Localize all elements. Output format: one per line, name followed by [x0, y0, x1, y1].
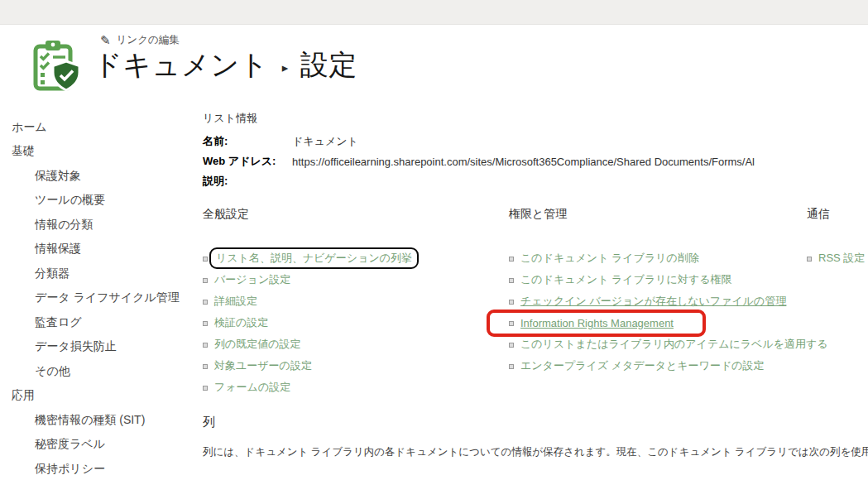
square-bullet-icon	[509, 300, 514, 305]
list-item: 対象ユーザーの設定	[203, 355, 414, 377]
square-bullet-icon	[203, 343, 208, 348]
list-item: このドキュメント ライブラリに対する権限	[509, 269, 828, 290]
name-value: ドキュメント	[292, 134, 358, 149]
list-item: Information Rights Management	[509, 312, 828, 334]
square-bullet-icon	[203, 300, 208, 305]
link-versioning-settings[interactable]: バージョン設定	[214, 272, 290, 287]
square-bullet-icon	[203, 364, 208, 369]
edit-links-button[interactable]: ✎ リンクの編集	[100, 33, 180, 47]
sidebar-item-sit[interactable]: 機密情報の種類 (SIT)	[12, 408, 189, 433]
sidebar-item-protection-target[interactable]: 保護対象	[12, 164, 189, 189]
link-list-name-description-navigation[interactable]: リスト名、説明、ナビゲーションの列挙	[209, 247, 419, 269]
settings-groups: 全般設定 リスト名、説明、ナビゲーションの列挙 バージョン設定 詳細設定 検証の…	[203, 207, 868, 410]
sidebar-item-classifiers[interactable]: 分類器	[12, 262, 189, 286]
square-bullet-icon	[509, 321, 514, 326]
link-form-settings[interactable]: フォームの設定	[214, 380, 290, 395]
square-bullet-icon	[203, 321, 208, 326]
square-bullet-icon	[509, 364, 514, 369]
sidebar-item-home[interactable]: ホーム	[12, 115, 189, 140]
square-bullet-icon	[509, 257, 514, 262]
columns-description: 列には、ドキュメント ライブラリ内の各ドキュメントについての情報が保存されます。…	[203, 445, 865, 459]
columns-section: 列 列には、ドキュメント ライブラリ内の各ドキュメントについての情報が保存されま…	[203, 415, 865, 480]
sidebar-item-others[interactable]: その他	[12, 359, 189, 384]
link-delete-document-library[interactable]: このドキュメント ライブラリの削除	[520, 251, 699, 266]
list-info-row-name: 名前: ドキュメント	[203, 132, 755, 151]
general-settings-heading: 全般設定	[203, 207, 414, 222]
left-nav: ホーム 基礎 保護対象 ツールの概要 情報の分類 情報保護 分類器 データ ライ…	[12, 115, 189, 480]
list-item: 列の既定値の設定	[203, 334, 414, 355]
communication-group: 通信 RSS 設定	[807, 207, 865, 269]
page-title: ドキュメント ▸ 設定	[94, 46, 357, 84]
sidebar-item-sensitivity-label[interactable]: 秘密度ラベル	[12, 433, 189, 458]
breadcrumb-arrow-icon: ▸	[282, 60, 289, 75]
sidebar-item-basics[interactable]: 基礎	[12, 140, 189, 165]
description-label: 説明:	[203, 174, 292, 189]
link-manage-checked-out-files[interactable]: チェックイン バージョンが存在しないファイルの管理	[520, 294, 786, 309]
permissions-management-group: 権限と管理 このドキュメント ライブラリの削除 このドキュメント ライブラリに対…	[509, 207, 828, 377]
square-bullet-icon	[509, 343, 514, 348]
permissions-management-heading: 権限と管理	[509, 207, 828, 222]
link-information-rights-management[interactable]: Information Rights Management	[520, 317, 674, 329]
pencil-icon: ✎	[100, 34, 111, 46]
square-bullet-icon	[203, 278, 208, 283]
list-info-row-description: 説明:	[203, 171, 755, 191]
list-item: 検証の設定	[203, 312, 414, 334]
list-item: エンタープライズ メタデータとキーワードの設定	[509, 355, 828, 377]
list-item: チェックイン バージョンが存在しないファイルの管理	[509, 290, 828, 312]
link-advanced-settings[interactable]: 詳細設定	[214, 294, 257, 309]
list-item: このドキュメント ライブラリの削除	[509, 247, 828, 269]
list-item: RSS 設定	[807, 247, 865, 269]
document-library-shield-icon	[28, 39, 83, 94]
list-info: 名前: ドキュメント Web アドレス: https://officeilear…	[203, 132, 755, 191]
square-bullet-icon	[509, 278, 514, 283]
columns-heading: 列	[203, 415, 865, 430]
web-address-label: Web アドレス:	[203, 154, 292, 169]
top-suite-bar	[0, 0, 868, 25]
square-bullet-icon	[807, 257, 812, 262]
link-validation-settings[interactable]: 検証の設定	[214, 315, 268, 330]
list-item: リスト名、説明、ナビゲーションの列挙	[203, 247, 414, 269]
page-title-library[interactable]: ドキュメント	[94, 46, 269, 84]
sidebar-item-advanced[interactable]: 応用	[12, 384, 189, 409]
sidebar-item-info-protection[interactable]: 情報保護	[12, 238, 189, 262]
sidebar-item-dlp[interactable]: データ損失防止	[12, 335, 189, 360]
sidebar-item-audit-log[interactable]: 監査ログ	[12, 310, 189, 335]
list-item: このリストまたはライブラリ内のアイテムにラベルを適用する	[509, 334, 828, 355]
general-settings-group: 全般設定 リスト名、説明、ナビゲーションの列挙 バージョン設定 詳細設定 検証の…	[203, 207, 414, 398]
link-enterprise-metadata-keywords[interactable]: エンタープライズ メタデータとキーワードの設定	[520, 358, 765, 373]
settings-page: ✎ リンクの編集 ドキュメント ▸ 設定 ホーム 基礎 保護対象 ツールの概要 …	[0, 0, 868, 480]
web-address-value: https://officeilearning.sharepoint.com/s…	[292, 156, 755, 168]
name-label: 名前:	[203, 134, 292, 149]
list-item: バージョン設定	[203, 269, 414, 290]
link-apply-label-to-items[interactable]: このリストまたはライブラリ内のアイテムにラベルを適用する	[520, 337, 828, 352]
list-item: 詳細設定	[203, 290, 414, 312]
list-info-heading: リスト情報	[203, 111, 257, 126]
sidebar-item-retention-policy[interactable]: 保持ポリシー	[12, 457, 189, 480]
square-bullet-icon	[203, 257, 208, 262]
link-column-default-values[interactable]: 列の既定値の設定	[214, 337, 301, 352]
list-info-row-webaddress: Web アドレス: https://officeilearning.sharep…	[203, 151, 755, 171]
page-title-settings: 設定	[300, 46, 357, 84]
link-rss-settings[interactable]: RSS 設定	[818, 251, 865, 266]
communication-heading: 通信	[807, 207, 865, 222]
square-bullet-icon	[203, 386, 208, 391]
sidebar-item-tools-overview[interactable]: ツールの概要	[12, 189, 189, 214]
list-item: フォームの設定	[203, 377, 414, 398]
link-audience-targeting[interactable]: 対象ユーザーの設定	[214, 358, 312, 373]
edit-links-label: リンクの編集	[117, 33, 180, 47]
sidebar-item-data-lifecycle[interactable]: データ ライフサイクル管理	[12, 286, 189, 311]
sidebar-item-info-classification[interactable]: 情報の分類	[12, 213, 189, 238]
link-permissions-for-library[interactable]: このドキュメント ライブラリに対する権限	[520, 272, 732, 287]
